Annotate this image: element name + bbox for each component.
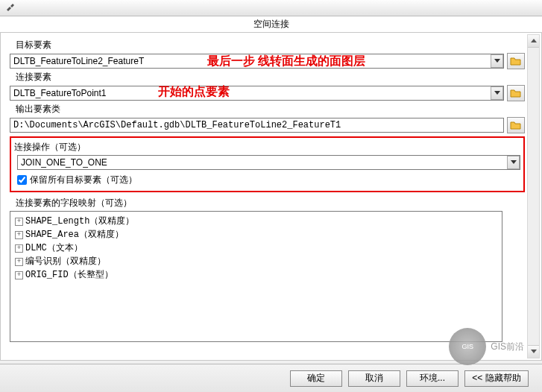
keep-all-checkbox[interactable]: 保留所有目标要素（可选） bbox=[17, 174, 520, 186]
tree-row[interactable]: +ORIG_FID（长整型） bbox=[15, 268, 497, 282]
dropdown-icon[interactable] bbox=[491, 54, 503, 68]
main-panel: 目标要素 连接要素 输出要素类 bbox=[0, 33, 542, 361]
annotation-1: 最后一步 线转面生成的面图层 bbox=[207, 54, 365, 69]
expand-icon[interactable]: + bbox=[15, 231, 23, 239]
expand-icon[interactable]: + bbox=[15, 271, 23, 279]
expand-icon[interactable]: + bbox=[15, 258, 23, 266]
browse-target-button[interactable] bbox=[507, 53, 525, 69]
keep-all-label: 保留所有目标要素（可选） bbox=[30, 174, 137, 186]
join-op-select[interactable] bbox=[17, 155, 520, 170]
dropdown-icon[interactable] bbox=[491, 86, 503, 100]
footer: 确定 取消 环境... << 隐藏帮助 bbox=[0, 364, 542, 392]
help-button[interactable]: << 隐藏帮助 bbox=[464, 370, 529, 387]
title-text: 空间连接 bbox=[253, 18, 289, 31]
label-target: 目标要素 bbox=[16, 39, 525, 51]
keep-all-input[interactable] bbox=[17, 175, 27, 185]
ok-button[interactable]: 确定 bbox=[290, 370, 342, 387]
watermark-text: GIS前沿 bbox=[491, 341, 524, 353]
scroll-down-icon[interactable] bbox=[528, 345, 539, 358]
label-output: 输出要素类 bbox=[16, 103, 525, 116]
output-input[interactable] bbox=[10, 118, 504, 133]
vertical-scrollbar[interactable] bbox=[527, 34, 540, 358]
join-select[interactable] bbox=[10, 86, 504, 101]
expand-icon[interactable]: + bbox=[15, 218, 23, 226]
watermark-icon: GIS bbox=[449, 328, 486, 365]
tree-row[interactable]: +DLMC（文本） bbox=[15, 241, 497, 255]
cancel-button[interactable]: 取消 bbox=[348, 370, 400, 387]
toolbar bbox=[0, 0, 542, 16]
label-field-map: 连接要素的字段映射（可选） bbox=[16, 197, 525, 209]
label-join-op: 连接操作（可选） bbox=[14, 141, 520, 154]
env-button[interactable]: 环境... bbox=[406, 370, 459, 387]
tree-row[interactable]: +SHAPE_Length（双精度） bbox=[15, 215, 497, 228]
tree-row[interactable]: +SHAPE_Area（双精度） bbox=[15, 228, 497, 241]
window-title: 空间连接 bbox=[0, 16, 542, 33]
label-join: 连接要素 bbox=[16, 71, 525, 83]
browse-join-button[interactable] bbox=[507, 85, 525, 101]
annotation-2: 开始的点要素 bbox=[158, 84, 230, 100]
hammer-icon[interactable] bbox=[3, 1, 18, 15]
field-map-tree[interactable]: +SHAPE_Length（双精度） +SHAPE_Area（双精度） +DLM… bbox=[10, 211, 502, 342]
dropdown-icon[interactable] bbox=[507, 156, 520, 169]
expand-icon[interactable]: + bbox=[15, 244, 23, 253]
watermark: GIS GIS前沿 bbox=[449, 328, 524, 365]
browse-output-button[interactable] bbox=[507, 117, 525, 133]
scroll-up-icon[interactable] bbox=[528, 35, 539, 48]
tree-row[interactable]: +编号识别（双精度） bbox=[15, 255, 497, 268]
highlight-box: 连接操作（可选） 保留所有目标要素（可选） bbox=[10, 136, 525, 192]
